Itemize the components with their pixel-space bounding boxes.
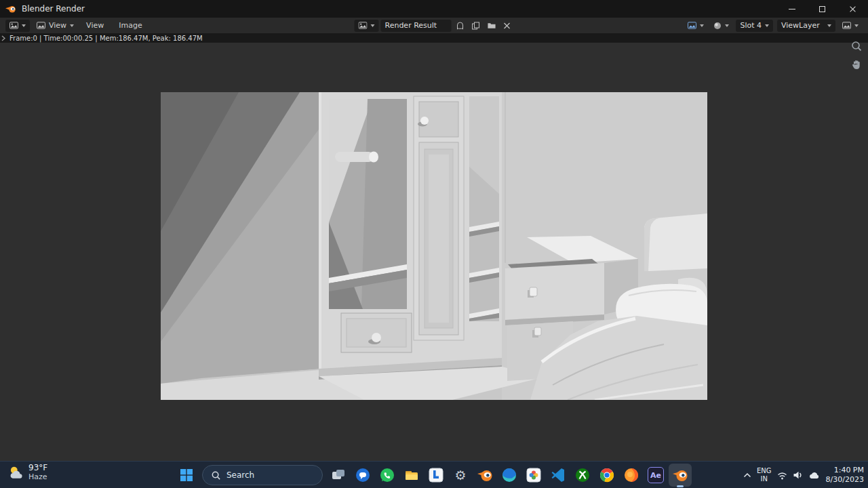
- chat-icon: [355, 467, 371, 483]
- start-button[interactable]: [175, 464, 198, 487]
- menu-image[interactable]: Image: [113, 20, 147, 32]
- taskbar-center: Search: [175, 463, 692, 487]
- display-mode-dropdown[interactable]: View: [34, 20, 77, 32]
- zoom-icon[interactable]: [850, 40, 863, 52]
- language-line1: ENG: [757, 467, 772, 475]
- viewport-gizmos: [850, 40, 863, 70]
- taskbar-app-chrome[interactable]: [595, 464, 618, 487]
- chevron-down-icon: [725, 24, 729, 27]
- image-name-field[interactable]: Render Result: [381, 20, 452, 32]
- image-editor-viewport[interactable]: [0, 43, 868, 461]
- taskbar-app-file-explorer[interactable]: [400, 464, 423, 487]
- taskbar-app-blender-active[interactable]: [669, 464, 692, 487]
- taskbar-app-task-view[interactable]: [327, 464, 350, 487]
- maximize-icon: [819, 6, 825, 12]
- gizmos-button[interactable]: [840, 20, 861, 32]
- unlink-image-button[interactable]: [500, 20, 514, 32]
- titlebar: Blender Render: [0, 0, 868, 18]
- cloud-icon[interactable]: [808, 470, 818, 480]
- system-tray: ENG IN 1:40 PM 8/30/2023: [743, 463, 864, 487]
- chrome-icon: [599, 467, 615, 483]
- task-view-icon: [330, 467, 347, 483]
- chevron-down-icon: [854, 24, 859, 27]
- taskbar-app-after-effects[interactable]: Ae: [644, 464, 667, 487]
- editor-type-button[interactable]: [5, 20, 30, 32]
- ghost-icon: [456, 22, 465, 30]
- weather-widget[interactable]: 93°F Haze: [7, 464, 47, 481]
- sphere-icon: [713, 22, 722, 30]
- slot-label: Slot 4: [740, 21, 762, 30]
- search-box[interactable]: Search: [202, 465, 323, 485]
- language-line2: IN: [761, 475, 768, 483]
- vscode-icon: [550, 467, 566, 483]
- after-effects-icon: Ae: [648, 467, 664, 483]
- display-channels-button[interactable]: [711, 20, 732, 32]
- menu-view[interactable]: View: [81, 20, 109, 32]
- edge-icon: [501, 467, 517, 483]
- xbox-icon: [574, 467, 591, 483]
- taskbar-app-firefox[interactable]: [620, 464, 643, 487]
- windows-logo-icon: [180, 468, 193, 482]
- pan-hand-icon[interactable]: [850, 58, 863, 70]
- photos-icon: [526, 467, 542, 483]
- blender-logo-icon: [5, 4, 16, 14]
- clock-widget[interactable]: 1:40 PM 8/30/2023: [823, 466, 864, 485]
- wifi-icon[interactable]: [776, 470, 788, 480]
- minimize-icon: [789, 9, 795, 9]
- windows-taskbar: 93°F Haze Search: [0, 461, 868, 488]
- tray-date: 8/30/2023: [826, 475, 864, 485]
- taskbar-app-photos[interactable]: [522, 464, 545, 487]
- chevron-down-icon: [371, 24, 375, 27]
- view-mode-icon: [37, 22, 45, 29]
- search-icon: [211, 470, 221, 481]
- render-result-image: [161, 92, 707, 400]
- render-stats-text: Frame:0 | Time:00:00.25 | Mem:186.47M, P…: [9, 35, 203, 42]
- weather-haze-icon: [7, 464, 24, 481]
- chevron-down-icon: [765, 24, 769, 27]
- fake-user-button[interactable]: [454, 20, 467, 32]
- linked-image-icon: [688, 22, 696, 29]
- app-l-icon: [428, 467, 444, 483]
- taskbar-app-whatsapp[interactable]: [376, 464, 399, 487]
- taskbar-app-xbox[interactable]: [571, 464, 594, 487]
- hidden-icons-chevron[interactable]: [743, 471, 752, 479]
- image-browse-button[interactable]: [355, 20, 379, 32]
- taskbar-app-settings[interactable]: ⚙: [449, 464, 472, 487]
- weather-condition: Haze: [28, 473, 47, 482]
- view-layer-dropdown[interactable]: ViewLayer: [777, 20, 835, 32]
- taskbar-app-blender[interactable]: [473, 464, 496, 487]
- slot-dropdown[interactable]: Slot 4: [736, 20, 773, 32]
- taskbar-app-l[interactable]: [425, 464, 448, 487]
- new-image-button[interactable]: [469, 20, 483, 32]
- language-indicator[interactable]: ENG IN: [757, 467, 772, 483]
- image-editor-header: View View Image Render Result: [0, 18, 868, 33]
- blender-app-icon: [477, 467, 493, 483]
- tray-time: 1:40 PM: [834, 466, 864, 475]
- taskbar-app-edge[interactable]: [498, 464, 521, 487]
- image-pin-button[interactable]: [685, 20, 707, 32]
- blender-window: Blender Render View: [0, 0, 868, 488]
- image-datablock-icon: [359, 22, 368, 29]
- chevron-down-icon: [700, 24, 704, 27]
- open-image-button[interactable]: [485, 20, 498, 32]
- view-layer-label: ViewLayer: [781, 21, 820, 30]
- blender-active-icon: [672, 467, 688, 483]
- display-mode-label: View: [49, 21, 66, 30]
- duplicate-icon: [472, 22, 480, 30]
- settings-gear-icon: ⚙: [454, 469, 466, 482]
- image-editor-icon: [9, 22, 18, 29]
- close-button[interactable]: [837, 0, 868, 18]
- image-name-label: Render Result: [385, 21, 437, 30]
- render-view-icon: [842, 22, 851, 29]
- expand-region-icon[interactable]: [1, 35, 5, 41]
- search-label: Search: [226, 470, 254, 480]
- volume-icon[interactable]: [793, 470, 803, 481]
- whatsapp-icon: [379, 467, 395, 483]
- close-icon: [849, 5, 856, 13]
- taskbar-app-chat[interactable]: [351, 464, 374, 487]
- maximize-button[interactable]: [807, 0, 837, 18]
- minimize-button[interactable]: [776, 0, 807, 18]
- close-x-icon: [504, 22, 511, 29]
- firefox-icon: [623, 467, 639, 483]
- taskbar-app-vscode[interactable]: [547, 464, 570, 487]
